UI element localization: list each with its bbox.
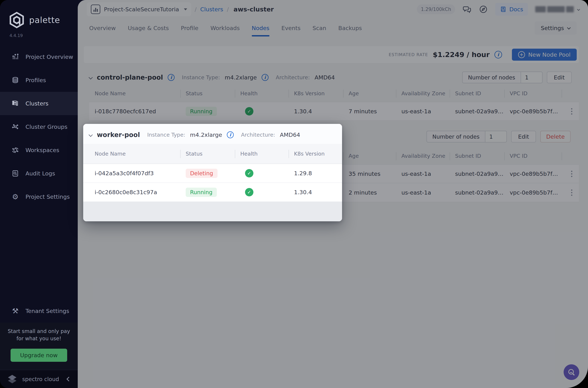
table-header-row: Node Name Status Health K8s Version: [83, 144, 342, 164]
sidebar-item-label: Cluster Groups: [25, 123, 67, 130]
sidebar-item-cluster-groups[interactable]: Cluster Groups: [0, 115, 78, 138]
server-icon: [11, 99, 19, 107]
sidebar-footer: spectro cloud: [0, 370, 78, 388]
sidebar-item-audit-logs[interactable]: Audit Logs: [0, 162, 78, 185]
upgrade-now-button[interactable]: Upgrade now: [11, 349, 67, 362]
doc-search-icon: [11, 170, 19, 177]
table-row: i-042a5a3c0f4f07df3 Deleting ✓ 1.29.8: [83, 164, 342, 183]
status-badge: Deleting: [186, 169, 218, 178]
layers-icon: [11, 76, 19, 84]
instance-type-value: m4.2xlarge: [190, 132, 222, 138]
architecture-value: AMD64: [280, 132, 300, 138]
column-header-k8s-version: K8s Version: [289, 144, 342, 164]
spectro-cloud-logo-icon: [7, 373, 18, 385]
health-ok-icon: ✓: [245, 169, 253, 177]
spotlight-bottom-strip: [83, 202, 342, 221]
promo-line-2: for what you use!: [4, 335, 74, 342]
app-version: 4.4.19: [0, 29, 78, 45]
palette-logo: palette: [0, 0, 78, 29]
tools-icon: ⚒: [11, 307, 19, 315]
sidebar-item-label: Project Overview: [25, 53, 73, 60]
sidebar-spacer: [0, 208, 78, 299]
info-icon[interactable]: i: [227, 131, 234, 138]
architecture-label: Architecture:: [241, 132, 275, 138]
sidebar-item-label: Clusters: [25, 100, 48, 107]
promo-text: Start small and only pay for what you us…: [4, 328, 74, 342]
node-name-cell: i-042a5a3c0f4f07df3: [89, 170, 180, 176]
node-name-cell: i-0c2680c0e8c31c97a: [89, 189, 180, 195]
worker-pool-header: worker-pool Instance Type: m4.2xlarge i …: [83, 124, 342, 144]
sidebar-item-tenant-settings[interactable]: ⚒ Tenant Settings: [0, 299, 78, 323]
table-row: i-0c2680c0e8c31c97a Running ✓ 1.30.4: [83, 183, 342, 202]
sidebar: palette 4.4.19 Project Overview Profiles: [0, 0, 78, 388]
sidebar-item-label: Project Settings: [25, 194, 70, 200]
orbit-icon: [11, 146, 19, 154]
collapse-chevron-icon[interactable]: [89, 133, 93, 137]
column-header-node-name: Node Name: [89, 144, 180, 164]
pool-name: worker-pool: [97, 131, 140, 138]
health-ok-icon: ✓: [245, 188, 253, 196]
promo-line-1: Start small and only pay: [4, 328, 74, 335]
k8s-version-cell: 1.29.8: [289, 170, 342, 176]
column-header-health: Health: [235, 144, 289, 164]
sidebar-collapse-chevron-icon[interactable]: [67, 377, 71, 381]
sidebar-item-project-settings[interactable]: ⚙ Project Settings: [0, 185, 78, 208]
status-badge: Running: [186, 188, 217, 197]
sidebar-item-label: Tenant Settings: [25, 308, 69, 314]
sidebar-item-clusters[interactable]: Clusters: [0, 92, 78, 115]
sidebar-item-label: Audit Logs: [25, 170, 55, 177]
sidebar-item-workspaces[interactable]: Workspaces: [0, 138, 78, 162]
sidebar-item-label: Workspaces: [25, 147, 59, 153]
gear-icon: ⚙: [11, 193, 19, 201]
sidebar-item-profiles[interactable]: Profiles: [0, 69, 78, 92]
brand-text: spectro cloud: [22, 376, 63, 382]
palette-logo-text: palette: [29, 15, 60, 25]
worker-pool-spotlight-panel: worker-pool Instance Type: m4.2xlarge i …: [83, 124, 342, 221]
sidebar-item-label: Profiles: [25, 77, 46, 83]
column-header-status: Status: [180, 144, 235, 164]
sidebar-item-project-overview[interactable]: Project Overview: [0, 45, 78, 69]
network-icon: [11, 123, 19, 131]
k8s-version-cell: 1.30.4: [289, 189, 342, 195]
instance-type-label: Instance Type:: [147, 132, 185, 138]
palette-logo-icon: [8, 12, 25, 28]
upgrade-promo: Start small and only pay for what you us…: [0, 323, 78, 370]
bar-chart-icon: [11, 53, 19, 61]
app-window: palette 4.4.19 Project Overview Profiles: [0, 0, 588, 388]
sidebar-nav: Project Overview Profiles Clusters Clust…: [0, 45, 78, 208]
